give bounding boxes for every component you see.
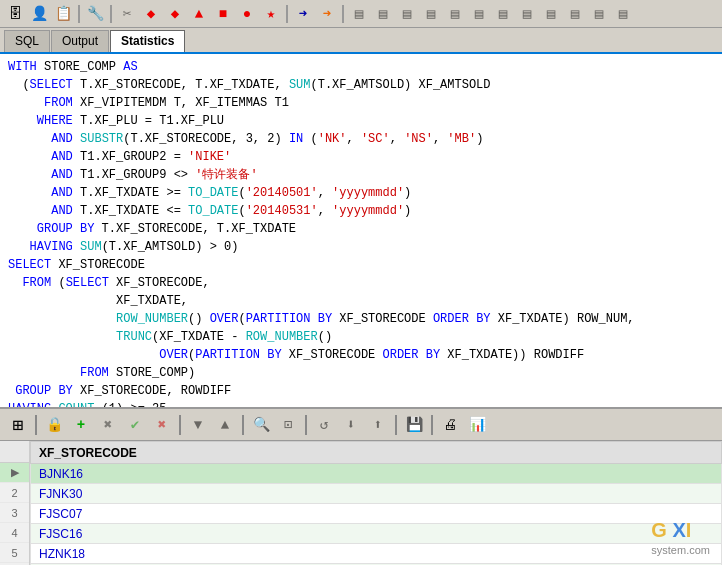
- cell-value: FJNK30: [31, 484, 722, 504]
- star-icon[interactable]: ★: [260, 3, 282, 25]
- sql-line-3: FROM XF_VIPITEMDM T, XF_ITEMMAS T1: [8, 94, 714, 112]
- sql-line-6: AND T1.XF_GROUP2 = 'NIKE': [8, 148, 714, 166]
- arrow-right2-icon[interactable]: ➜: [316, 3, 338, 25]
- import-icon[interactable]: ⬇: [339, 413, 363, 437]
- sql-line-2: (SELECT T.XF_STORECODE, T.XF_TXDATE, SUM…: [8, 76, 714, 94]
- btn-k[interactable]: ▤: [588, 3, 610, 25]
- sep-bt3: [242, 415, 244, 435]
- cell-value: HZNK18: [31, 544, 722, 564]
- cut-icon[interactable]: ✂: [116, 3, 138, 25]
- filter-icon[interactable]: ⊡: [276, 413, 300, 437]
- results-area: ▶ 2 3 4 5 6 XF_STORECODE BJNK16 FJNK30 F…: [0, 441, 722, 565]
- btn-a[interactable]: ▤: [348, 3, 370, 25]
- sep-bt2: [179, 415, 181, 435]
- table-row[interactable]: FJSC16: [31, 524, 722, 544]
- cell-value: BJNK16: [31, 464, 722, 484]
- diamond2-icon[interactable]: ◆: [164, 3, 186, 25]
- row-num-2: 2: [0, 483, 29, 503]
- save-icon[interactable]: 💾: [402, 413, 426, 437]
- lock-icon[interactable]: 🔒: [42, 413, 66, 437]
- db-icon[interactable]: 🗄: [4, 3, 26, 25]
- btn-f[interactable]: ▤: [468, 3, 490, 25]
- check-icon[interactable]: ✔: [123, 413, 147, 437]
- sep3: [286, 5, 288, 23]
- sql-line-5: AND SUBSTR(T.XF_STORECODE, 3, 2) IN ('NK…: [8, 130, 714, 148]
- export-icon[interactable]: ⬆: [366, 413, 390, 437]
- tab-output[interactable]: Output: [51, 30, 109, 52]
- btn-j[interactable]: ▤: [564, 3, 586, 25]
- table-row[interactable]: HZNK18: [31, 544, 722, 564]
- sep1: [78, 5, 80, 23]
- btn-d[interactable]: ▤: [420, 3, 442, 25]
- sql-line-16: TRUNC(XF_TXDATE - ROW_NUMBER(): [8, 328, 714, 346]
- row-indicator-1: ▶: [0, 463, 29, 483]
- diamond-icon[interactable]: ◆: [140, 3, 162, 25]
- sort-desc-icon[interactable]: ▲: [213, 413, 237, 437]
- sql-line-11: HAVING SUM(T.XF_AMTSOLD) > 0): [8, 238, 714, 256]
- btn-e[interactable]: ▤: [444, 3, 466, 25]
- row-num-3: 3: [0, 503, 29, 523]
- print-icon[interactable]: 🖨: [438, 413, 462, 437]
- sep-bt4: [305, 415, 307, 435]
- sql-line-14: XF_TXDATE,: [8, 292, 714, 310]
- btn-i[interactable]: ▤: [540, 3, 562, 25]
- sql-line-13: FROM (SELECT XF_STORECODE,: [8, 274, 714, 292]
- person-icon[interactable]: 👤: [28, 3, 50, 25]
- sql-line-4: WHERE T.XF_PLU = T1.XF_PLU: [8, 112, 714, 130]
- square-icon[interactable]: ■: [212, 3, 234, 25]
- sql-line-19: GROUP BY XF_STORECODE, ROWDIFF: [8, 382, 714, 400]
- tab-sql[interactable]: SQL: [4, 30, 50, 52]
- sql-line-20: HAVING COUNT (1) >= 25: [8, 400, 714, 409]
- sql-line-15: ROW_NUMBER() OVER(PARTITION BY XF_STOREC…: [8, 310, 714, 328]
- results-table: XF_STORECODE BJNK16 FJNK30 FJSC07 FJSC16…: [30, 441, 722, 565]
- btn-h[interactable]: ▤: [516, 3, 538, 25]
- grid-icon[interactable]: ⊞: [6, 413, 30, 437]
- search-icon[interactable]: 🔍: [249, 413, 273, 437]
- row-numbers: ▶ 2 3 4 5 6: [0, 441, 30, 565]
- btn-b[interactable]: ▤: [372, 3, 394, 25]
- row-num-4: 4: [0, 523, 29, 543]
- cell-value: FJSC07: [31, 504, 722, 524]
- sep-bt5: [395, 415, 397, 435]
- row-num-header: [0, 441, 29, 463]
- sql-line-17: OVER(PARTITION BY XF_STORECODE ORDER BY …: [8, 346, 714, 364]
- sql-line-12: SELECT XF_STORECODE: [8, 256, 714, 274]
- refresh-icon[interactable]: ↺: [312, 413, 336, 437]
- table-row[interactable]: FJSC07: [31, 504, 722, 524]
- cancel-icon[interactable]: ✖: [150, 413, 174, 437]
- table-row[interactable]: FJNK30: [31, 484, 722, 504]
- sql-line-10: GROUP BY T.XF_STORECODE, T.XF_TXDATE: [8, 220, 714, 238]
- sql-line-1: WITH STORE_COMP AS: [8, 58, 714, 76]
- sql-line-7: AND T1.XF_GROUP9 <> '特许装备': [8, 166, 714, 184]
- sep-bt6: [431, 415, 433, 435]
- toolbar-top: 🗄 👤 📋 🔧 ✂ ◆ ◆ ▲ ■ ● ★ ➜ ➜ ▤ ▤ ▤ ▤ ▤ ▤ ▤ …: [0, 0, 722, 28]
- sort-asc-icon[interactable]: ▼: [186, 413, 210, 437]
- sql-line-18: FROM STORE_COMP): [8, 364, 714, 382]
- arrow-right-icon[interactable]: ➜: [292, 3, 314, 25]
- wrench-icon[interactable]: 🔧: [84, 3, 106, 25]
- table-row[interactable]: BJNK16: [31, 464, 722, 484]
- btn-g[interactable]: ▤: [492, 3, 514, 25]
- row-num-5: 5: [0, 543, 29, 563]
- chart-icon[interactable]: 📊: [465, 413, 489, 437]
- sep-bt1: [35, 415, 37, 435]
- btn-c[interactable]: ▤: [396, 3, 418, 25]
- sep2: [110, 5, 112, 23]
- circle-icon[interactable]: ●: [236, 3, 258, 25]
- cell-value: FJSC16: [31, 524, 722, 544]
- tab-bar: SQL Output Statistics: [0, 28, 722, 54]
- tab-statistics[interactable]: Statistics: [110, 30, 185, 52]
- col-header-xf-storecode: XF_STORECODE: [31, 442, 722, 464]
- triangle-icon[interactable]: ▲: [188, 3, 210, 25]
- sql-line-9: AND T.XF_TXDATE <= TO_DATE('20140531', '…: [8, 202, 714, 220]
- sql-line-8: AND T.XF_TXDATE >= TO_DATE('20140501', '…: [8, 184, 714, 202]
- table-icon[interactable]: 📋: [52, 3, 74, 25]
- sep4: [342, 5, 344, 23]
- bottom-toolbar: ⊞ 🔒 + ✖ ✔ ✖ ▼ ▲ 🔍 ⊡ ↺ ⬇ ⬆ 💾 🖨 📊: [0, 409, 722, 441]
- btn-l[interactable]: ▤: [612, 3, 634, 25]
- add-icon[interactable]: +: [69, 413, 93, 437]
- sql-editor[interactable]: WITH STORE_COMP AS (SELECT T.XF_STORECOD…: [0, 54, 722, 409]
- delete-icon[interactable]: ✖: [96, 413, 120, 437]
